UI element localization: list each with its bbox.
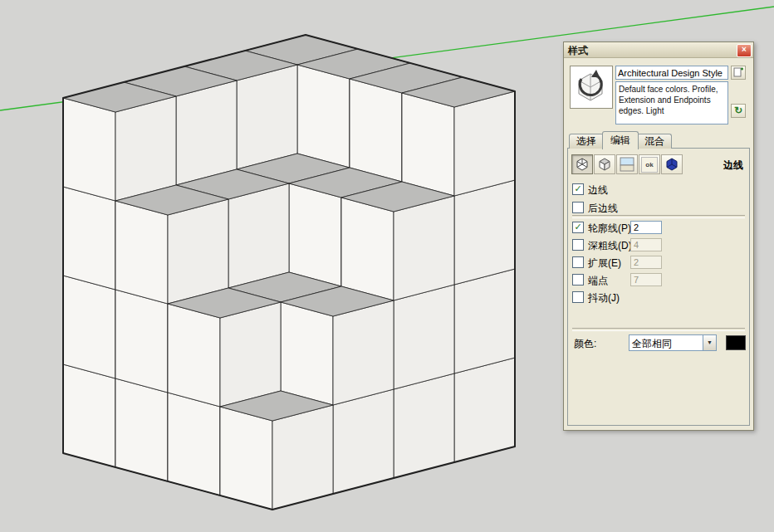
color-swatch[interactable] <box>726 335 746 350</box>
divider <box>572 215 745 218</box>
watermark-settings-button watermark-icon[interactable]: ok <box>639 154 660 174</box>
checkbox-jitter[interactable] <box>572 291 584 303</box>
checkbox-label-jitter: 抖动(J) <box>588 291 620 305</box>
tab-edit[interactable]: 编辑 <box>602 131 639 149</box>
checkbox-extension[interactable] <box>572 256 584 268</box>
style-description[interactable]: Default face colors. Profile, Extension … <box>615 81 728 124</box>
color-label: 颜色: <box>574 337 596 351</box>
dialog-titlebar[interactable]: 样式 × <box>564 42 753 58</box>
checkbox-label-profiles: 轮廓线(P) <box>588 222 631 236</box>
divider <box>572 328 745 331</box>
setting-row-endpoints: 端点7 <box>572 273 747 288</box>
dialog-title: 样式 <box>568 44 588 58</box>
face-style-settings-button face-style-icon[interactable] <box>594 154 615 174</box>
modeling-settings-button modeling-icon[interactable] <box>661 154 683 174</box>
style-name-input[interactable] <box>615 66 728 80</box>
checkbox-edges[interactable]: ✓ <box>572 183 584 195</box>
new-style-icon <box>733 66 744 77</box>
styles-dialog: 样式 × Default face colors. Profile, Exten… <box>563 41 754 431</box>
style-preview-thumbnail[interactable] <box>570 66 613 109</box>
cube-model[interactable] <box>63 35 515 510</box>
close-icon[interactable]: × <box>737 44 752 57</box>
checkbox-endpoints[interactable] <box>572 274 584 286</box>
background-settings-button background-icon[interactable] <box>616 154 638 174</box>
tab-select[interactable]: 选择 <box>569 134 604 149</box>
chevron-down-icon[interactable]: ▼ <box>703 335 716 350</box>
setting-row-extension: 扩展(E)2 <box>572 256 747 271</box>
setting-row-profiles: ✓轮廓线(P)2 <box>572 221 747 236</box>
endpoints-value-field[interactable]: 7 <box>630 273 662 286</box>
color-dropdown-value: 全部相同 <box>632 337 672 351</box>
section-label: 边线 <box>723 159 743 173</box>
profiles-value-field[interactable]: 2 <box>630 221 662 234</box>
watermark-sample-text: ok <box>641 157 658 173</box>
setting-row-edges: ✓边线 <box>572 183 747 198</box>
setting-row-back-edges: 后边线 <box>572 201 747 216</box>
depth-cue-value-field[interactable]: 4 <box>630 238 662 251</box>
update-style-button refresh-icon[interactable]: ↻ <box>731 104 746 118</box>
checkbox-back-edges[interactable] <box>572 202 584 213</box>
checkbox-label-back-edges: 后边线 <box>588 202 618 216</box>
setting-row-jitter: 抖动(J) <box>572 290 747 305</box>
new-style-button[interactable] <box>731 66 746 80</box>
sketchup-window: 样式 × Default face colors. Profile, Exten… <box>0 0 774 532</box>
checkbox-label-endpoints: 端点 <box>588 274 608 288</box>
checkbox-label-extension: 扩展(E) <box>588 256 621 271</box>
style-preview-icon <box>571 66 610 106</box>
setting-row-depth-cue: 深粗线(D)4 <box>572 238 747 253</box>
checkbox-label-edges: 边线 <box>588 183 608 198</box>
checkbox-label-depth-cue: 深粗线(D) <box>588 239 632 253</box>
color-dropdown[interactable]: 全部相同 ▼ <box>629 334 717 351</box>
edge-style-settings-button edge-style-icon[interactable] <box>571 154 593 174</box>
tab-mix[interactable]: 混合 <box>637 134 672 149</box>
extension-value-field[interactable]: 2 <box>630 256 662 269</box>
checkbox-profiles[interactable]: ✓ <box>572 222 584 233</box>
checkbox-depth-cue[interactable] <box>572 239 584 251</box>
